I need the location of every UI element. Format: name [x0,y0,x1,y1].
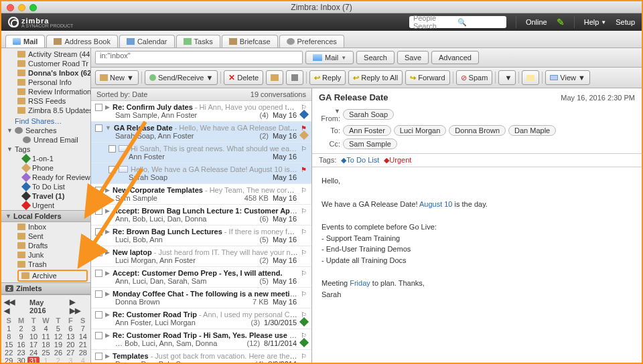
cal-day[interactable]: 19 [52,341,64,349]
tag-item[interactable]: 1-on-1 [1,154,90,163]
message-row[interactable]: ▶Accept: Customer Demo Prep - Yes, I wil… [91,267,311,288]
msg-checkbox[interactable] [95,124,102,132]
spam-button[interactable]: ⊘Spam [456,70,493,85]
message-row[interactable]: ▶Re: Customer Road Trip - Ann, I used my… [91,308,311,329]
cal-day[interactable]: 4 [40,325,52,333]
mini-calendar[interactable]: ◀◀ ◀ May 2016 ▶ ▶▶ SMTWTFS12345678910111… [1,294,90,363]
message-row[interactable]: ▶Templates - Just got back from vacation… [91,350,311,363]
folder-item[interactable]: Activity Stream (44? [1,50,90,59]
cal-day[interactable]: 1 [40,357,52,363]
message-child-row[interactable]: Hello, We have a GA Release Date! August… [91,163,311,184]
message-row[interactable]: ▶Re: Customer Road Trip - Hi Sam, Yes. P… [91,329,311,350]
tag-item[interactable]: To Do List [1,182,90,191]
advanced-search-button[interactable]: Advanced [431,51,479,64]
folder-item[interactable]: Personal Info [1,78,90,87]
tags-folder[interactable]: ▼Tags [1,145,90,154]
search-scope-button[interactable]: Mail▼ [305,51,354,64]
cc-bubble[interactable]: Sam Sample [343,139,397,149]
people-search-input[interactable]: People Search 🔍 [409,16,506,28]
tag-item[interactable]: Travel (1) [1,191,90,201]
online-status[interactable]: Online [526,18,547,26]
message-row[interactable]: ▶New laptop - Just heard from IT. They w… [91,246,311,267]
cal-day[interactable]: 28 [77,349,89,357]
cal-day[interactable]: 27 [64,349,76,357]
saved-search[interactable]: Unread Email [1,135,90,145]
cal-day[interactable]: 14 [77,333,89,341]
message-row[interactable]: ▶Re: Confirm July dates - Hi Ann, Have y… [91,101,311,122]
cal-day[interactable]: 2 [15,325,27,333]
new-button[interactable]: New▼ [95,70,139,85]
to-bubble[interactable]: Dan Maple [508,125,556,136]
help-menu[interactable]: Help ▼ [584,18,607,26]
tab-mail[interactable]: Mail [5,35,45,48]
folder-item[interactable]: Customer Road Tr [1,59,90,68]
message-row[interactable]: ▼GA Release Date - Hello, We have a GA R… [91,122,311,143]
tag-item[interactable]: Urgent [1,201,90,210]
reply-all-button[interactable]: ↩Reply to All [348,70,403,85]
msg-checkbox[interactable] [95,249,102,256]
cal-day[interactable]: 17 [27,341,40,349]
message-row[interactable]: ▶Re: Brown Bag Lunch Lectures - If there… [91,225,311,246]
sort-header[interactable]: Sorted by: Date 19 conversations [91,88,311,101]
cal-day[interactable]: 29 [3,357,15,363]
msg-checkbox[interactable] [95,207,102,215]
date-link[interactable]: August 10 [419,200,453,208]
local-folder-trash[interactable]: Trash [1,260,90,269]
folder-item[interactable]: Zimbra 8.5 Updates [1,106,90,115]
compose-icon[interactable]: ✎ [557,17,565,27]
cal-day[interactable]: 8 [3,333,15,341]
cal-day[interactable]: 7 [77,325,89,333]
cal-day[interactable]: 3 [64,357,76,363]
cal-day[interactable]: 5 [52,325,64,333]
cal-day[interactable]: 9 [15,333,27,341]
zimlets-header[interactable]: ZZimlets [1,282,90,294]
msg-checkbox[interactable] [95,290,102,298]
close-window[interactable] [7,4,14,11]
message-row[interactable]: ▶Accept: Brown Bag Lunch Lecture 1: Cust… [91,205,311,225]
cal-day[interactable]: 18 [40,341,52,349]
msg-checkbox[interactable] [95,104,102,111]
delete-button[interactable]: ✕Delete [224,70,263,85]
read-button[interactable] [522,70,539,85]
cal-day[interactable]: 30 [15,357,27,363]
send-receive-button[interactable]: Send/Receive▼ [145,70,218,85]
zoom-window[interactable] [29,4,37,11]
cal-prev[interactable]: ◀◀ ◀ [4,298,22,315]
to-bubble[interactable]: Donna Brown [449,125,506,136]
cal-day[interactable]: 24 [27,349,40,357]
cal-day[interactable]: 26 [52,349,64,357]
msg-checkbox[interactable] [95,332,102,339]
view-button[interactable]: View▼ [545,70,590,85]
local-folder-archive[interactable]: Archive [1,269,90,282]
cal-day[interactable]: 11 [40,333,52,341]
cal-day[interactable]: 31 [27,357,40,363]
setup-link[interactable]: Setup [616,18,635,26]
from-bubble[interactable]: Sarah Soap [343,109,394,120]
tag-item[interactable]: Ready for Review [1,173,90,182]
cal-day[interactable]: 3 [27,325,40,333]
local-folders-header[interactable]: ▼Local Folders [1,210,90,222]
local-folder-drafts[interactable]: Drafts [1,241,90,250]
cal-day[interactable]: 21 [77,341,89,349]
local-folder-inbox[interactable]: Inbox [1,222,90,232]
tab-tasks[interactable]: Tasks [176,35,220,48]
msg-checkbox[interactable] [95,270,102,277]
msg-checkbox[interactable] [95,228,102,236]
message-row[interactable]: ▶Monday Coffee Chat - The following is a… [91,288,311,308]
cal-day[interactable]: 2 [52,357,64,363]
to-bubble[interactable]: Ann Foster [343,125,391,136]
friday-link[interactable]: Friday [350,279,370,287]
cal-day[interactable]: 6 [64,325,76,333]
msg-checkbox[interactable] [95,187,102,194]
cal-day[interactable]: 13 [64,333,76,341]
cal-day[interactable]: 4 [77,357,89,363]
tag-item[interactable]: Phone [1,163,90,173]
cal-day[interactable]: 12 [52,333,64,341]
forward-button[interactable]: ↪Forward [405,70,449,85]
searches-folder[interactable]: ▼Searches [1,126,90,135]
cal-day[interactable]: 1 [3,325,15,333]
tab-cal[interactable]: Calendar [119,35,175,48]
tab-brief[interactable]: Briefcase [222,35,278,48]
cal-day[interactable]: 16 [15,341,27,349]
reading-tag[interactable]: ◆Urgent [382,156,411,164]
